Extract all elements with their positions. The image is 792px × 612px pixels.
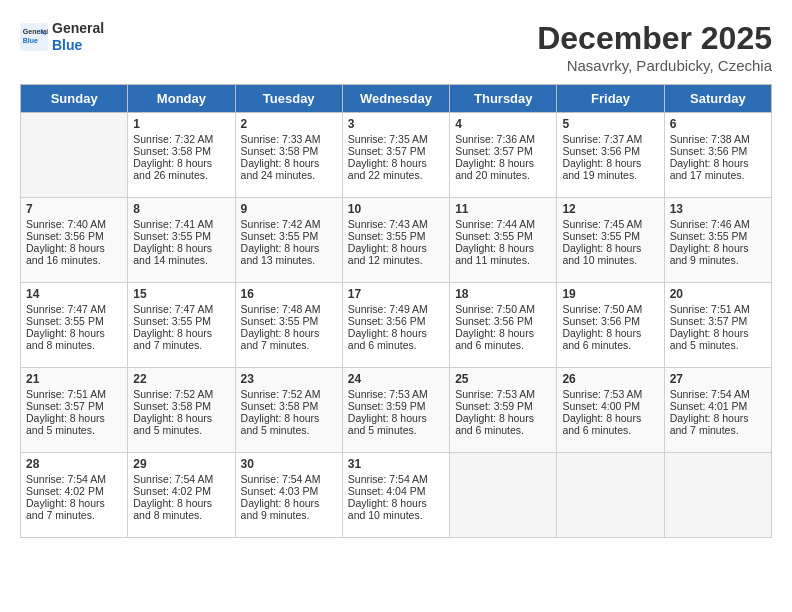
- calendar-cell: 10Sunrise: 7:43 AMSunset: 3:55 PMDayligh…: [342, 198, 449, 283]
- day-of-week-header: Tuesday: [235, 85, 342, 113]
- daylight-text: Daylight: 8 hours and 8 minutes.: [133, 497, 229, 521]
- calendar-cell: 8Sunrise: 7:41 AMSunset: 3:55 PMDaylight…: [128, 198, 235, 283]
- sunrise-text: Sunrise: 7:47 AM: [133, 303, 229, 315]
- page-header: General Blue General Blue December 2025 …: [20, 20, 772, 74]
- sunrise-text: Sunrise: 7:48 AM: [241, 303, 337, 315]
- day-number: 21: [26, 372, 122, 386]
- daylight-text: Daylight: 8 hours and 26 minutes.: [133, 157, 229, 181]
- calendar-cell: 31Sunrise: 7:54 AMSunset: 4:04 PMDayligh…: [342, 453, 449, 538]
- calendar-cell: 17Sunrise: 7:49 AMSunset: 3:56 PMDayligh…: [342, 283, 449, 368]
- calendar-cell: 11Sunrise: 7:44 AMSunset: 3:55 PMDayligh…: [450, 198, 557, 283]
- day-number: 26: [562, 372, 658, 386]
- calendar-cell: 24Sunrise: 7:53 AMSunset: 3:59 PMDayligh…: [342, 368, 449, 453]
- sunrise-text: Sunrise: 7:54 AM: [133, 473, 229, 485]
- daylight-text: Daylight: 8 hours and 11 minutes.: [455, 242, 551, 266]
- sunset-text: Sunset: 4:00 PM: [562, 400, 658, 412]
- sunrise-text: Sunrise: 7:32 AM: [133, 133, 229, 145]
- sunset-text: Sunset: 3:55 PM: [133, 230, 229, 242]
- day-number: 11: [455, 202, 551, 216]
- sunset-text: Sunset: 3:59 PM: [455, 400, 551, 412]
- sunset-text: Sunset: 3:58 PM: [133, 145, 229, 157]
- calendar-cell: 14Sunrise: 7:47 AMSunset: 3:55 PMDayligh…: [21, 283, 128, 368]
- calendar-cell: 25Sunrise: 7:53 AMSunset: 3:59 PMDayligh…: [450, 368, 557, 453]
- day-number: 22: [133, 372, 229, 386]
- logo: General Blue General Blue: [20, 20, 104, 54]
- daylight-text: Daylight: 8 hours and 9 minutes.: [241, 497, 337, 521]
- daylight-text: Daylight: 8 hours and 5 minutes.: [348, 412, 444, 436]
- daylight-text: Daylight: 8 hours and 9 minutes.: [670, 242, 766, 266]
- sunset-text: Sunset: 4:02 PM: [26, 485, 122, 497]
- daylight-text: Daylight: 8 hours and 19 minutes.: [562, 157, 658, 181]
- daylight-text: Daylight: 8 hours and 6 minutes.: [562, 327, 658, 351]
- sunrise-text: Sunrise: 7:36 AM: [455, 133, 551, 145]
- day-number: 3: [348, 117, 444, 131]
- sunrise-text: Sunrise: 7:52 AM: [241, 388, 337, 400]
- calendar-cell: 16Sunrise: 7:48 AMSunset: 3:55 PMDayligh…: [235, 283, 342, 368]
- daylight-text: Daylight: 8 hours and 17 minutes.: [670, 157, 766, 181]
- sunrise-text: Sunrise: 7:47 AM: [26, 303, 122, 315]
- sunrise-text: Sunrise: 7:38 AM: [670, 133, 766, 145]
- sunset-text: Sunset: 3:55 PM: [133, 315, 229, 327]
- daylight-text: Daylight: 8 hours and 24 minutes.: [241, 157, 337, 181]
- sunrise-text: Sunrise: 7:33 AM: [241, 133, 337, 145]
- day-of-week-header: Saturday: [664, 85, 771, 113]
- calendar-cell: 20Sunrise: 7:51 AMSunset: 3:57 PMDayligh…: [664, 283, 771, 368]
- day-number: 14: [26, 287, 122, 301]
- month-title: December 2025: [537, 20, 772, 57]
- calendar-week-row: 14Sunrise: 7:47 AMSunset: 3:55 PMDayligh…: [21, 283, 772, 368]
- calendar-cell: [664, 453, 771, 538]
- calendar-cell: 28Sunrise: 7:54 AMSunset: 4:02 PMDayligh…: [21, 453, 128, 538]
- day-number: 8: [133, 202, 229, 216]
- day-number: 12: [562, 202, 658, 216]
- calendar-cell: 23Sunrise: 7:52 AMSunset: 3:58 PMDayligh…: [235, 368, 342, 453]
- calendar-cell: [557, 453, 664, 538]
- calendar-header-row: SundayMondayTuesdayWednesdayThursdayFrid…: [21, 85, 772, 113]
- sunset-text: Sunset: 3:56 PM: [455, 315, 551, 327]
- day-number: 25: [455, 372, 551, 386]
- sunrise-text: Sunrise: 7:51 AM: [670, 303, 766, 315]
- calendar-cell: 18Sunrise: 7:50 AMSunset: 3:56 PMDayligh…: [450, 283, 557, 368]
- sunset-text: Sunset: 3:56 PM: [670, 145, 766, 157]
- calendar-week-row: 1Sunrise: 7:32 AMSunset: 3:58 PMDaylight…: [21, 113, 772, 198]
- daylight-text: Daylight: 8 hours and 22 minutes.: [348, 157, 444, 181]
- day-of-week-header: Wednesday: [342, 85, 449, 113]
- day-number: 1: [133, 117, 229, 131]
- sunrise-text: Sunrise: 7:51 AM: [26, 388, 122, 400]
- calendar-cell: 13Sunrise: 7:46 AMSunset: 3:55 PMDayligh…: [664, 198, 771, 283]
- daylight-text: Daylight: 8 hours and 7 minutes.: [26, 497, 122, 521]
- day-number: 30: [241, 457, 337, 471]
- sunset-text: Sunset: 3:55 PM: [670, 230, 766, 242]
- calendar-cell: 27Sunrise: 7:54 AMSunset: 4:01 PMDayligh…: [664, 368, 771, 453]
- logo-icon: General Blue: [20, 23, 48, 51]
- day-number: 16: [241, 287, 337, 301]
- calendar-cell: 21Sunrise: 7:51 AMSunset: 3:57 PMDayligh…: [21, 368, 128, 453]
- calendar-week-row: 21Sunrise: 7:51 AMSunset: 3:57 PMDayligh…: [21, 368, 772, 453]
- day-of-week-header: Friday: [557, 85, 664, 113]
- sunset-text: Sunset: 3:55 PM: [241, 230, 337, 242]
- day-number: 10: [348, 202, 444, 216]
- sunset-text: Sunset: 3:55 PM: [348, 230, 444, 242]
- sunrise-text: Sunrise: 7:54 AM: [26, 473, 122, 485]
- day-number: 28: [26, 457, 122, 471]
- sunrise-text: Sunrise: 7:52 AM: [133, 388, 229, 400]
- calendar-table: SundayMondayTuesdayWednesdayThursdayFrid…: [20, 84, 772, 538]
- title-block: December 2025 Nasavrky, Pardubicky, Czec…: [537, 20, 772, 74]
- day-number: 18: [455, 287, 551, 301]
- sunrise-text: Sunrise: 7:54 AM: [348, 473, 444, 485]
- sunset-text: Sunset: 3:57 PM: [670, 315, 766, 327]
- day-number: 7: [26, 202, 122, 216]
- sunrise-text: Sunrise: 7:50 AM: [455, 303, 551, 315]
- calendar-cell: 12Sunrise: 7:45 AMSunset: 3:55 PMDayligh…: [557, 198, 664, 283]
- sunset-text: Sunset: 3:57 PM: [26, 400, 122, 412]
- day-of-week-header: Thursday: [450, 85, 557, 113]
- calendar-cell: 5Sunrise: 7:37 AMSunset: 3:56 PMDaylight…: [557, 113, 664, 198]
- calendar-cell: 6Sunrise: 7:38 AMSunset: 3:56 PMDaylight…: [664, 113, 771, 198]
- sunset-text: Sunset: 3:58 PM: [133, 400, 229, 412]
- location-subtitle: Nasavrky, Pardubicky, Czechia: [537, 57, 772, 74]
- day-number: 4: [455, 117, 551, 131]
- sunset-text: Sunset: 3:56 PM: [562, 145, 658, 157]
- sunset-text: Sunset: 3:57 PM: [455, 145, 551, 157]
- calendar-cell: [21, 113, 128, 198]
- calendar-cell: 9Sunrise: 7:42 AMSunset: 3:55 PMDaylight…: [235, 198, 342, 283]
- day-number: 2: [241, 117, 337, 131]
